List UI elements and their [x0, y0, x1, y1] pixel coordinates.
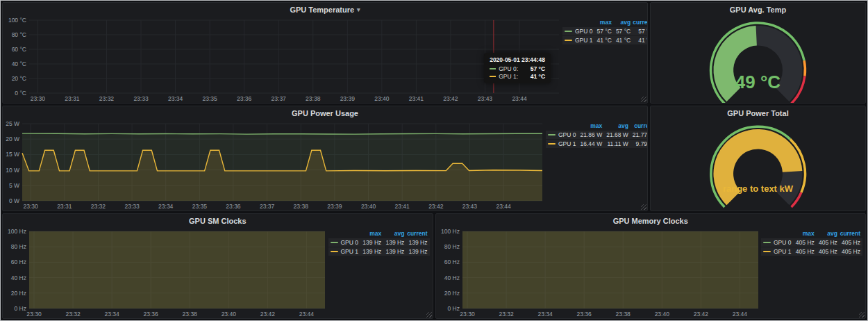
svg-text:23:30: 23:30	[24, 203, 39, 210]
legend-col-header[interactable]: avg	[817, 230, 840, 238]
svg-text:23:35: 23:35	[192, 203, 208, 210]
gpu-temperature-chart[interactable]: 2020-05-01 23:44:48 GPU 0: 57 °C GPU 1: …	[3, 16, 562, 103]
legend-stat-value: 405 Hz	[794, 238, 817, 247]
legend-series-name[interactable]: GPU 1	[565, 37, 593, 44]
legend-col-header[interactable]: current	[406, 230, 429, 238]
legend-stat-value: 21.77 W	[631, 131, 647, 139]
legend-series-name[interactable]: GPU 1	[331, 248, 359, 255]
svg-text:23:34: 23:34	[537, 311, 553, 318]
legend-col-header[interactable]: max	[794, 230, 817, 238]
legend-gpu-temperature: maxavgcurrentGPU 057 °C57 °C57 °CGPU 141…	[562, 16, 647, 103]
legend-row: GPU 057 °C57 °C57 °C	[562, 27, 647, 35]
svg-text:23:30: 23:30	[31, 95, 46, 102]
svg-text:23:43: 23:43	[462, 203, 478, 210]
panel-title-gpu-avg-temp[interactable]: GPU Avg. Temp	[651, 3, 865, 16]
gpu-power-usage-chart[interactable]: 0 W5 W10 W15 W20 W25 W23:3023:3123:3223:…	[3, 120, 546, 211]
panel-title-gpu-temperature[interactable]: GPU Temperature ▾	[3, 3, 647, 16]
dashboard-row-2: GPU Power Usage 0 W5 W10 W15 W20 W25 W23…	[2, 106, 866, 211]
legend-col-header[interactable]: current	[631, 122, 647, 130]
svg-text:23:44: 23:44	[496, 203, 511, 210]
panel-title-gpu-power-usage[interactable]: GPU Power Usage	[3, 106, 647, 120]
legend-stat-value: 16.44 W	[578, 140, 605, 148]
dashboard-row-3: GPU SM Clocks 0 Hz20 Hz40 Hz60 Hz80 Hz10…	[2, 213, 866, 319]
series-color-dash-icon	[763, 251, 771, 252]
gauge-value-text: 49 °C	[735, 72, 781, 92]
svg-text:60 °C: 60 °C	[12, 46, 26, 53]
svg-text:23:31: 23:31	[65, 95, 80, 102]
panel-resize-handle[interactable]	[641, 97, 646, 102]
legend-stat-value: 139 Hz	[360, 247, 383, 256]
dashboard-row-1: GPU Temperature ▾ 2020-05-01 23:44:48 GP…	[2, 2, 866, 104]
panel-gpu-power-total: GPU Power Total range to text kW	[650, 106, 866, 211]
svg-text:100 °C: 100 °C	[8, 17, 26, 24]
svg-text:23:38: 23:38	[183, 311, 198, 318]
svg-text:0 Hz: 0 Hz	[15, 305, 26, 312]
legend-col-header[interactable]: current	[633, 19, 647, 26]
svg-text:60 Hz: 60 Hz	[11, 258, 26, 265]
legend-col-header[interactable]: max	[595, 19, 614, 26]
svg-text:23:36: 23:36	[226, 203, 241, 210]
legend-series-name[interactable]: GPU 0	[565, 28, 593, 35]
panel-resize-handle[interactable]	[641, 204, 646, 210]
svg-text:23:42: 23:42	[260, 311, 276, 318]
chevron-down-icon: ▾	[357, 6, 360, 13]
svg-text:23:38: 23:38	[306, 95, 321, 102]
gpu-avg-temp-gauge: 49 °C	[651, 16, 865, 103]
legend-series-name[interactable]: GPU 1	[548, 140, 576, 147]
svg-text:23:31: 23:31	[57, 203, 72, 210]
legend-stat-value: 41 °C	[633, 36, 647, 44]
panel-title-gpu-sm-clocks[interactable]: GPU SM Clocks	[3, 214, 433, 227]
legend-stat-value: 57 °C	[614, 27, 633, 35]
series-color-dash-icon	[548, 143, 556, 145]
legend-row: GPU 1139 Hz139 Hz139 Hz	[328, 247, 430, 256]
legend-table: maxavgcurrentGPU 021.86 W21.68 W21.77 WG…	[546, 122, 647, 149]
svg-text:20 °C: 20 °C	[12, 75, 26, 82]
gpu-sm-clocks-chart[interactable]: 0 Hz20 Hz40 Hz60 Hz80 Hz100 Hz23:3023:32…	[3, 227, 328, 318]
svg-text:0 Hz: 0 Hz	[447, 305, 459, 312]
svg-text:23:42: 23:42	[428, 203, 444, 210]
legend-col-header[interactable]: avg	[383, 230, 406, 238]
tooltip-series-label: GPU 1:	[499, 73, 518, 80]
panel-title-gpu-memory-clocks[interactable]: GPU Memory Clocks	[436, 214, 866, 227]
legend-stat-value: 41 °C	[614, 36, 633, 44]
svg-text:23:33: 23:33	[133, 95, 149, 102]
legend-row: GPU 021.86 W21.68 W21.77 W	[546, 131, 647, 139]
legend-col-header[interactable]: current	[840, 230, 862, 238]
svg-text:23:40: 23:40	[654, 311, 669, 318]
svg-text:23:30: 23:30	[460, 311, 475, 318]
panel-title-gpu-power-total[interactable]: GPU Power Total	[651, 106, 865, 120]
legend-col-header[interactable]: avg	[604, 122, 631, 130]
gpu-memory-clocks-chart[interactable]: 0 Hz20 Hz40 Hz60 Hz80 Hz100 Hz23:3023:32…	[436, 227, 762, 318]
svg-text:80 Hz: 80 Hz	[444, 243, 459, 250]
svg-text:40 Hz: 40 Hz	[11, 274, 26, 281]
tooltip-timestamp: 2020-05-01 23:44:48	[490, 56, 545, 63]
legend-series-name[interactable]: GPU 0	[548, 131, 576, 138]
svg-text:5 W: 5 W	[9, 182, 19, 189]
series-color-dash-icon	[331, 251, 338, 252]
legend-col-header[interactable]: avg	[614, 19, 633, 26]
svg-text:80 °C: 80 °C	[12, 31, 26, 38]
panel-title-text: GPU Memory Clocks	[613, 217, 688, 225]
tooltip-row: GPU 1: 41 °C	[490, 73, 545, 80]
panel-title-text: GPU SM Clocks	[189, 217, 247, 225]
svg-text:40 °C: 40 °C	[12, 60, 26, 67]
legend-col-header[interactable]: max	[578, 122, 605, 130]
panel-gpu-avg-temp: GPU Avg. Temp 49 °C	[650, 2, 866, 104]
svg-text:23:43: 23:43	[478, 95, 493, 102]
legend-series-name[interactable]: GPU 1	[763, 248, 792, 255]
gpu-power-total-gauge: range to text kW	[651, 120, 865, 211]
panel-resize-handle[interactable]	[426, 312, 432, 318]
svg-text:23:34: 23:34	[168, 95, 183, 102]
svg-text:0 °C: 0 °C	[15, 90, 26, 97]
legend-series-name[interactable]: GPU 0	[331, 239, 359, 246]
legend-stat-value: 57 °C	[633, 27, 647, 35]
svg-text:23:32: 23:32	[91, 203, 106, 210]
tooltip-series-value: 41 °C	[524, 73, 545, 80]
legend-col-header[interactable]: max	[360, 230, 383, 238]
tooltip-row: GPU 0: 57 °C	[490, 65, 545, 72]
legend-row: GPU 116.44 W11.11 W9.79 W	[546, 140, 647, 148]
legend-series-name[interactable]: GPU 0	[763, 239, 792, 246]
legend-row: GPU 0405 Hz405 Hz405 Hz	[761, 238, 862, 247]
panel-resize-handle[interactable]	[859, 312, 865, 318]
panel-gpu-sm-clocks: GPU SM Clocks 0 Hz20 Hz40 Hz60 Hz80 Hz10…	[2, 213, 433, 319]
